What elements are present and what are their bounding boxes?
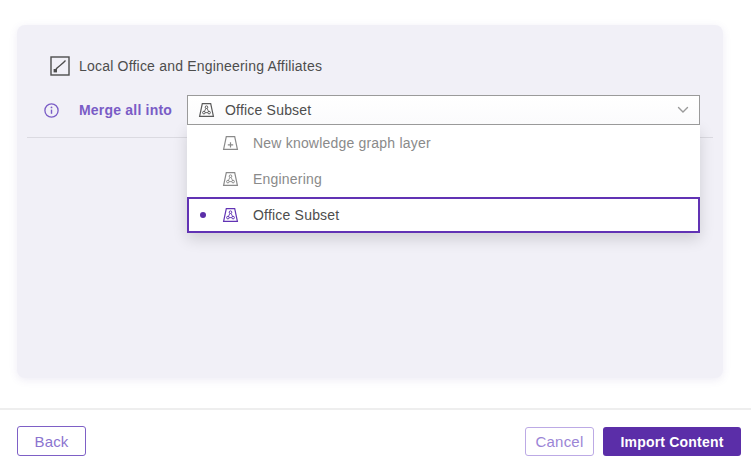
selected-bullet: [200, 212, 206, 218]
chevron-down-icon: [677, 106, 689, 114]
dropdown-option-office-subset[interactable]: Office Subset: [187, 197, 700, 233]
merge-row: Merge all into: [44, 96, 172, 124]
dropdown-option-label: Enginering: [253, 171, 322, 187]
select-value: Office Subset: [225, 102, 311, 118]
new-knowledge-graph-layer-icon: [222, 135, 239, 151]
merge-target-dropdown: New knowledge graph layer Enginering: [187, 125, 700, 233]
knowledge-graph-layer-icon: [222, 171, 239, 187]
merge-all-into-label: Merge all into: [79, 102, 172, 118]
footer-divider: [0, 408, 751, 410]
dropdown-option-label: Office Subset: [253, 207, 339, 223]
merge-target-select[interactable]: Office Subset: [187, 95, 700, 125]
info-icon[interactable]: [44, 103, 59, 118]
selected-bullet: [200, 140, 206, 146]
knowledge-graph-layer-icon: [198, 102, 215, 118]
layer-edit-icon: [50, 56, 70, 76]
layer-row-label: Local Office and Engineering Affiliates: [79, 58, 322, 74]
cancel-button[interactable]: Cancel: [525, 427, 594, 456]
dropdown-option-label: New knowledge graph layer: [253, 135, 431, 151]
import-content-button[interactable]: Import Content: [603, 427, 741, 456]
dropdown-option-enginering[interactable]: Enginering: [187, 161, 700, 197]
selected-bullet: [200, 176, 206, 182]
dropdown-option-new-knowledge-graph-layer[interactable]: New knowledge graph layer: [187, 125, 700, 161]
layer-row: Local Office and Engineering Affiliates: [50, 52, 322, 80]
back-button[interactable]: Back: [17, 426, 86, 456]
knowledge-graph-layer-icon: [222, 207, 239, 223]
